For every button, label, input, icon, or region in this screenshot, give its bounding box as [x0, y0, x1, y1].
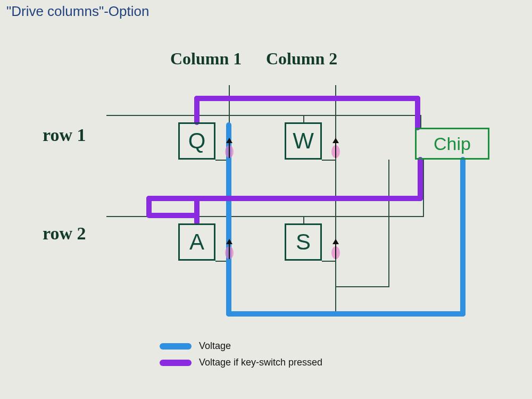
- hl-purple-row2-chip: [418, 157, 423, 201]
- hl-purple-step-across: [146, 213, 197, 218]
- wire-chip-row1: [420, 115, 421, 128]
- wire-row1: [106, 115, 420, 116]
- hl-purple-row1-chip: [415, 96, 420, 130]
- wire-w-diode: [322, 160, 335, 161]
- legend-swatch-pressed: [160, 360, 192, 366]
- wire-chip-to-col2: [335, 286, 389, 287]
- diagram-stage: "Drive columns"-Option Column 1 Column 2…: [0, 0, 532, 399]
- key-a-label: A: [189, 229, 204, 255]
- diode-q: [225, 145, 234, 158]
- diode-s: [331, 246, 340, 259]
- hl-purple-row2: [146, 196, 423, 201]
- legend-swatch-voltage: [160, 343, 192, 350]
- legend-row-voltage: Voltage: [160, 340, 322, 352]
- legend-label-voltage: Voltage: [199, 340, 231, 352]
- chip: Chip: [415, 128, 489, 160]
- hl-blue-to-col1: [226, 311, 466, 317]
- key-s: S: [285, 223, 322, 261]
- key-w-label: W: [293, 128, 314, 154]
- key-q-label: Q: [188, 128, 206, 154]
- column-2-label: Column 2: [266, 49, 337, 69]
- wire-chip-down-inner: [388, 160, 389, 287]
- key-q: Q: [178, 122, 215, 160]
- diode-w: [331, 145, 340, 158]
- wire-chip-row2-v: [423, 160, 424, 217]
- diode-a: [225, 246, 234, 259]
- legend-row-pressed: Voltage if key-switch pressed: [160, 357, 322, 368]
- wire-s-diode: [322, 261, 335, 262]
- wire-drop-s: [303, 216, 304, 223]
- wire-drop-w: [303, 115, 304, 122]
- key-s-label: S: [296, 229, 311, 255]
- hl-purple-row1: [194, 96, 420, 101]
- column-1-label: Column 1: [170, 49, 242, 69]
- chip-label: Chip: [434, 134, 471, 154]
- row-2-label: row 2: [43, 223, 86, 244]
- hl-blue-chip-down: [460, 157, 466, 317]
- diagram-title: "Drive columns"-Option: [6, 3, 149, 20]
- key-w: W: [285, 122, 322, 160]
- key-a: A: [178, 223, 215, 261]
- row-1-label: row 1: [43, 125, 86, 145]
- legend-label-pressed: Voltage if key-switch pressed: [199, 357, 322, 368]
- legend: Voltage Voltage if key-switch pressed: [160, 340, 322, 373]
